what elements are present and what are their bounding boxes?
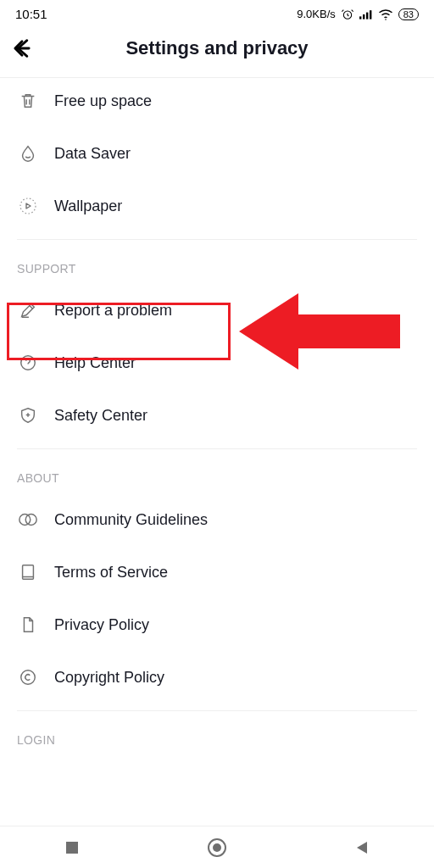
- trash-icon: [17, 90, 39, 112]
- nav-home-button[interactable]: [179, 837, 255, 858]
- svg-point-9: [25, 515, 36, 526]
- section-about: ABOUT Community Guidelines Terms of Serv…: [0, 449, 434, 704]
- status-time: 10:51: [15, 7, 47, 21]
- item-help-center[interactable]: Help Center: [0, 337, 434, 389]
- section-support: SUPPORT Report a problem Help Center Saf…: [0, 240, 434, 442]
- item-data-saver[interactable]: Data Saver: [0, 127, 434, 180]
- svg-rect-1: [359, 16, 361, 19]
- help-icon: [17, 352, 39, 374]
- network-speed: 9.0KB/s: [297, 8, 336, 20]
- status-right: 9.0KB/s 83: [297, 8, 419, 21]
- item-privacy-policy[interactable]: Privacy Policy: [0, 598, 434, 651]
- item-label: Copyright Policy: [54, 669, 164, 687]
- item-wallpaper[interactable]: Wallpaper: [0, 180, 434, 232]
- alarm-icon: [341, 8, 354, 21]
- page-title: Settings and privacy: [10, 37, 424, 59]
- svg-rect-3: [366, 12, 368, 19]
- item-label: Free up space: [54, 92, 152, 110]
- section-cache: Free up space Data Saver Wallpaper: [0, 78, 434, 232]
- item-label: Data Saver: [54, 145, 131, 163]
- section-header-about: ABOUT: [0, 449, 434, 493]
- nav-back-button[interactable]: [324, 839, 400, 856]
- svg-point-5: [385, 19, 387, 20]
- item-safety-center[interactable]: Safety Center: [0, 389, 434, 442]
- item-label: Privacy Policy: [54, 616, 149, 634]
- wifi-icon: [378, 8, 393, 20]
- page-header: Settings and privacy: [0, 25, 434, 77]
- copyright-icon: [17, 666, 39, 688]
- circles-icon: [17, 509, 39, 531]
- svg-point-8: [19, 515, 31, 526]
- pencil-icon: [17, 299, 39, 321]
- item-terms-of-service[interactable]: Terms of Service: [0, 546, 434, 598]
- svg-rect-13: [66, 842, 78, 854]
- document-icon: [17, 614, 39, 636]
- nav-recents-button[interactable]: [34, 840, 110, 855]
- wallpaper-icon: [17, 195, 39, 217]
- svg-point-15: [213, 843, 221, 852]
- item-label: Help Center: [54, 354, 136, 372]
- item-free-up-space[interactable]: Free up space: [0, 78, 434, 127]
- item-copyright-policy[interactable]: Copyright Policy: [0, 651, 434, 704]
- item-report-problem[interactable]: Report a problem: [0, 284, 434, 337]
- item-label: Wallpaper: [54, 198, 122, 215]
- svg-rect-2: [363, 14, 364, 19]
- svg-rect-4: [370, 10, 371, 19]
- section-login: LOGIN: [0, 711, 434, 762]
- droplet-icon: [17, 142, 39, 164]
- svg-point-6: [20, 198, 36, 214]
- signal-icon: [359, 8, 373, 20]
- shield-icon: [17, 404, 39, 426]
- section-header-login: LOGIN: [0, 711, 434, 762]
- item-label: Safety Center: [54, 407, 147, 425]
- item-community-guidelines[interactable]: Community Guidelines: [0, 493, 434, 546]
- item-label: Report a problem: [54, 302, 172, 320]
- book-icon: [17, 561, 39, 583]
- section-header-support: SUPPORT: [0, 240, 434, 284]
- system-nav-bar: [0, 826, 434, 868]
- item-label: Community Guidelines: [54, 511, 208, 529]
- svg-marker-16: [357, 842, 367, 854]
- item-label: Terms of Service: [54, 564, 168, 581]
- svg-point-11: [21, 670, 36, 685]
- battery-icon: 83: [398, 8, 419, 20]
- status-bar: 10:51 9.0KB/s 83: [0, 0, 434, 25]
